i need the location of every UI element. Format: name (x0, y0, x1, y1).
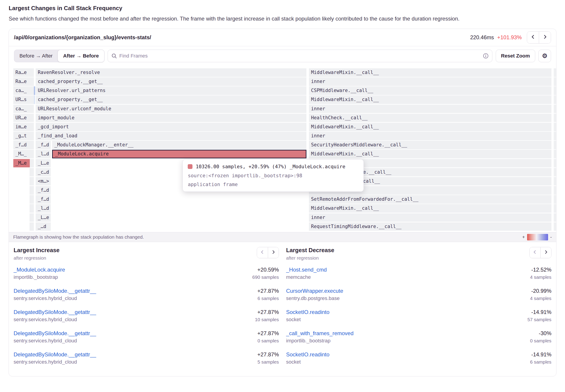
flame-frame-sliver[interactable] (554, 159, 556, 168)
flame-frame[interactable]: Ra…e (13, 68, 30, 77)
flamegraph[interactable]: RequestTimingMiddleware.__call___…dinner… (9, 65, 556, 232)
flame-frame-sliver[interactable] (29, 141, 34, 149)
flame-frame-sliver[interactable] (29, 68, 34, 77)
flame-frame-sliver[interactable] (29, 86, 34, 95)
flame-frame[interactable]: SecurityHeadersMiddleware.__call__ (309, 141, 551, 149)
flame-frame[interactable]: MiddlewareMixin.__call__ (309, 95, 551, 104)
reset-zoom-button[interactable]: Reset Zoom (496, 50, 535, 62)
flame-frame[interactable]: URLResolver.urlconf_module (36, 105, 306, 113)
flame-frame-sliver[interactable] (554, 204, 556, 213)
flame-frame-sliver[interactable] (34, 95, 35, 104)
flame-frame[interactable]: MiddlewareMixin.__call__ (309, 68, 551, 77)
flame-frame[interactable]: _f…d (36, 186, 51, 195)
flame-frame[interactable]: _L…e (36, 213, 51, 222)
flame-frame[interactable]: MiddlewareMixin.__call__ (309, 150, 551, 158)
flame-frame-sliver[interactable] (29, 177, 34, 186)
flame-frame-sliver[interactable] (34, 86, 35, 95)
flame-frame[interactable]: _L…e (36, 159, 51, 168)
flame-frame-sliver[interactable] (29, 204, 34, 213)
flame-frame[interactable]: URLResolver.url_patterns (36, 86, 306, 95)
flame-frame-sliver[interactable] (554, 177, 556, 186)
flame-frame-sliver[interactable] (554, 105, 556, 113)
flame-frame[interactable]: RavenResolver._resolve (36, 68, 306, 77)
flame-frame-sliver[interactable] (554, 86, 556, 95)
flame-frame[interactable]: MiddlewareMixin.__call__ (309, 204, 551, 213)
flame-frame[interactable]: _g…t (13, 132, 30, 140)
flame-frame-sliver[interactable] (554, 168, 556, 177)
toggle-after-before[interactable]: After → Before (57, 50, 104, 62)
flame-frame-highlighted[interactable]: _ModuleLock.acquire (52, 150, 306, 158)
function-link[interactable]: DelegatedBySiloMode.__getattr__ (14, 309, 96, 315)
flame-frame-sliver[interactable] (29, 186, 34, 195)
flame-frame[interactable]: inner (309, 105, 551, 113)
flame-frame-sliver[interactable] (29, 222, 34, 231)
flame-frame[interactable]: _f…d (36, 195, 51, 204)
flame-frame-sliver[interactable] (554, 186, 556, 195)
flame-frame-sliver[interactable] (29, 105, 34, 113)
toggle-before-after[interactable]: Before → After (14, 50, 58, 62)
decrease-prev-button[interactable] (530, 247, 540, 258)
function-link[interactable]: CursorWrapper.execute (286, 288, 343, 294)
flame-frame[interactable]: MiddlewareMixin.__call__ (309, 123, 551, 131)
flame-frame[interactable]: Ra…e (13, 77, 30, 86)
flame-frame[interactable]: _f…d (13, 141, 30, 149)
next-endpoint-button[interactable] (539, 32, 551, 43)
increase-next-button[interactable] (268, 247, 279, 258)
flame-frame[interactable]: <m…> (36, 177, 51, 186)
flame-frame-sliver[interactable] (29, 132, 34, 140)
flame-frame[interactable]: _l…d (36, 204, 51, 213)
flame-frame-sliver[interactable] (554, 68, 556, 77)
flame-frame[interactable]: import_module (36, 114, 306, 122)
flame-frame[interactable]: RequestTimingMiddleware.__call__ (309, 222, 551, 231)
flame-frame[interactable]: _find_and_load (36, 132, 306, 140)
flame-frame-sliver[interactable] (554, 77, 556, 86)
flame-frame[interactable]: _gcd_import (36, 123, 306, 131)
flame-frame-sliver[interactable] (29, 159, 34, 168)
function-link[interactable]: _ModuleLock.acquire (14, 266, 65, 273)
flame-frame-sliver[interactable] (29, 95, 34, 104)
flame-frame-sliver[interactable] (29, 77, 34, 86)
flame-frame[interactable]: cached_property.__get__ (36, 95, 306, 104)
flame-frame-sliver[interactable] (29, 168, 34, 177)
flame-frame[interactable]: _f…d (36, 141, 51, 149)
function-link[interactable]: SocketIO.readinto (286, 351, 329, 358)
flame-frame[interactable]: inner (309, 77, 551, 86)
flame-frame-sliver[interactable] (554, 132, 556, 140)
flame-frame-sliver[interactable] (29, 123, 34, 131)
flame-frame-sliver[interactable] (554, 150, 556, 158)
prev-endpoint-button[interactable] (527, 32, 539, 43)
function-link[interactable]: DelegatedBySiloMode.__getattr__ (14, 351, 96, 358)
flame-frame-sliver[interactable] (554, 123, 556, 131)
info-icon[interactable] (483, 53, 489, 59)
flame-frame[interactable]: CSPMiddleware.__call__ (309, 86, 551, 95)
flame-frame-sliver[interactable] (554, 195, 556, 204)
flame-frame-sliver[interactable] (554, 222, 556, 231)
flame-frame[interactable]: inner (309, 213, 551, 222)
flame-frame[interactable]: UR…s (13, 95, 30, 104)
flame-frame[interactable]: inner (309, 132, 551, 140)
flame-frame[interactable]: _l…d (36, 150, 51, 158)
flame-frame[interactable]: SetRemoteAddrFromForwardedFor.__call__ (309, 195, 551, 204)
flame-frame-sliver[interactable] (29, 150, 34, 158)
function-link[interactable]: _Host.send_cmd (286, 266, 327, 273)
function-link[interactable]: SocketIO.readinto (286, 309, 329, 315)
flame-frame[interactable]: ca…_ (13, 86, 30, 95)
flame-frame[interactable]: _M…_ (13, 150, 30, 158)
increase-prev-button[interactable] (257, 247, 268, 258)
flame-frame-sliver[interactable] (554, 95, 556, 104)
flame-frame-sliver[interactable] (554, 213, 556, 222)
flame-frame[interactable]: _ModuleLockManager.__enter__ (52, 141, 306, 149)
flame-frame[interactable]: im…e (13, 123, 30, 131)
flame-frame-sliver[interactable] (29, 195, 34, 204)
decrease-next-button[interactable] (540, 247, 551, 258)
flame-frame-highlighted[interactable]: _M…e (13, 159, 30, 168)
flame-frame-sliver[interactable] (554, 114, 556, 122)
function-link[interactable]: DelegatedBySiloMode.__getattr__ (14, 330, 96, 336)
flame-frame-sliver[interactable] (29, 114, 34, 122)
flame-frame[interactable]: _…d (36, 222, 51, 231)
flame-frame[interactable]: _c…d (36, 168, 51, 177)
function-link[interactable]: DelegatedBySiloMode.__getattr__ (14, 288, 96, 294)
flame-frame[interactable]: HealthCheck.__call__ (309, 114, 551, 122)
flame-frame[interactable]: UR…e (13, 114, 30, 122)
flame-frame[interactable]: ca…_ (13, 105, 30, 113)
